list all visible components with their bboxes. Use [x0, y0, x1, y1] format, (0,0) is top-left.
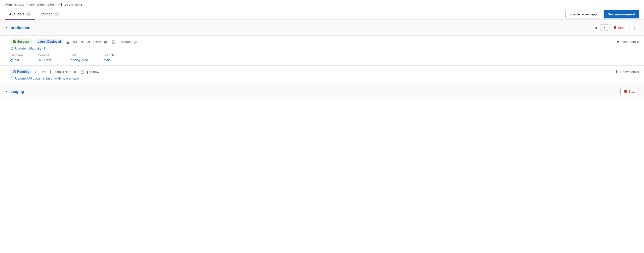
- caret-down-icon: ▼: [603, 26, 606, 29]
- copy-icon-1[interactable]: [104, 40, 108, 44]
- more-button-production[interactable]: ⋮: [630, 23, 639, 32]
- tabs-bar: Available 2 Stopped 0 Enable review app …: [0, 9, 644, 20]
- play-icon: ▶: [596, 26, 598, 30]
- env-group-staging: ► staging Stop: [0, 84, 644, 99]
- header-commit: Commit: [38, 53, 71, 58]
- env-header-production: ▼ production ▶ ▼ Stop ⋮: [0, 20, 644, 35]
- deploy-top-left-2: Running #5: [10, 69, 99, 74]
- stop-label: Stop: [618, 26, 625, 30]
- spin-icon-2: [10, 76, 14, 80]
- tab-available[interactable]: Available 2: [5, 9, 35, 20]
- env-header-right-production: ▶ ▼ Stop ⋮: [593, 23, 639, 32]
- tab-stopped[interactable]: Stopped 0: [35, 9, 63, 20]
- status-badge-success: Success: [10, 39, 32, 44]
- commit-link-1[interactable]: 01217ed6: [87, 40, 102, 44]
- breadcrumb-project[interactable]: environments-test: [29, 3, 55, 6]
- show-details-link-2[interactable]: Show details: [615, 70, 639, 74]
- svg-point-0: [82, 41, 83, 42]
- play-button-group: ▶ ▼: [593, 24, 608, 31]
- running-circle-icon: [13, 70, 16, 73]
- env-header-staging: ► staging Stop: [0, 84, 644, 99]
- commit-icon-2: [49, 70, 53, 74]
- commit-message-link-2[interactable]: Update API documentation with new endpoi…: [15, 77, 81, 80]
- commit-icon-1: [80, 40, 84, 44]
- commit-title-1: Update .gitlab-ci.yml: [10, 46, 639, 50]
- tabs-left: Available 2 Stopped 0: [5, 9, 63, 19]
- deployment-row-2: Running #5: [0, 65, 644, 84]
- commit-message-link-1[interactable]: Update .gitlab-ci.yml: [15, 46, 45, 50]
- hide-details-link-1[interactable]: Hide details: [616, 40, 639, 44]
- time-label-1: 1 minute ago: [118, 40, 137, 44]
- badge-latest-deployed: Latest Deployed: [35, 39, 64, 44]
- time-label-2: just now: [87, 70, 99, 74]
- deploy-meta-1: #3 01217ed6: [66, 40, 137, 44]
- commit-link-2[interactable]: 09b81587: [55, 70, 70, 74]
- value-branch: main: [104, 58, 136, 62]
- env-name-staging[interactable]: staging: [11, 89, 24, 94]
- detail-link-label-1: Hide details: [622, 40, 639, 44]
- tab-available-label: Available: [9, 12, 24, 16]
- env-name-production[interactable]: production: [11, 26, 30, 30]
- status-label-success: Success: [17, 40, 30, 43]
- detail-link-label-2: Show details: [620, 70, 639, 74]
- main-content: ▼ production ▶ ▼ Stop ⋮: [0, 20, 644, 99]
- status-badge-running: Running: [10, 69, 32, 74]
- deploy-top-2: Running #5: [10, 69, 639, 74]
- breadcrumb: Administrator > environments-test > Envi…: [0, 0, 644, 9]
- pipeline-link-1[interactable]: #3: [73, 40, 77, 44]
- calendar-icon-1: [112, 40, 116, 44]
- value-commit: 01217ed6: [38, 58, 71, 62]
- job-link[interactable]: deploy-prod: [71, 58, 88, 62]
- branch-link[interactable]: main: [104, 58, 111, 62]
- tabs-right: Enable review app New environment: [565, 10, 639, 18]
- deploy-top-1: Success Latest Deployed #3: [10, 39, 639, 44]
- triggerer-link[interactable]: @root: [10, 58, 19, 62]
- tab-stopped-label: Stopped: [39, 12, 53, 16]
- chevron-production[interactable]: ▼: [5, 26, 8, 29]
- deploy-meta-2: #5 09b81587: [35, 70, 99, 74]
- stop-button-staging[interactable]: Stop: [621, 88, 639, 95]
- breadcrumb-current: Environments: [60, 3, 82, 6]
- tab-available-badge: 2: [26, 12, 31, 16]
- breadcrumb-sep-2: >: [57, 3, 59, 6]
- stop-label-staging: Stop: [628, 90, 635, 93]
- pipeline-link-2[interactable]: #5: [42, 70, 45, 74]
- value-job: deploy-prod: [71, 58, 104, 62]
- env-header-left-staging: ► staging: [5, 89, 24, 94]
- deploy-top-left-1: Success Latest Deployed #3: [10, 39, 137, 44]
- new-environment-button[interactable]: New environment: [604, 10, 639, 18]
- commit-detail-link[interactable]: 01217ed6: [38, 58, 53, 62]
- stop-icon: [614, 26, 616, 29]
- chevron-staging[interactable]: ►: [5, 90, 8, 93]
- svg-point-4: [50, 71, 51, 72]
- tab-stopped-badge: 0: [54, 12, 59, 16]
- check-circle-icon: [13, 40, 16, 43]
- pipeline-icon-2: [35, 70, 39, 74]
- spin-icon-1: [10, 46, 14, 50]
- env-group-production: ▼ production ▶ ▼ Stop ⋮: [0, 20, 644, 84]
- value-triggerer: @root: [10, 58, 38, 62]
- calendar-icon-2: [81, 70, 85, 74]
- deployment-row-1: Success Latest Deployed #3: [0, 35, 644, 65]
- stop-button-production[interactable]: Stop: [610, 24, 628, 31]
- enable-review-app-button[interactable]: Enable review app: [565, 10, 601, 18]
- env-header-right-staging: Stop: [621, 88, 639, 95]
- breadcrumb-admin[interactable]: Administrator: [5, 3, 24, 6]
- copy-icon-2[interactable]: [73, 70, 77, 74]
- header-branch: Branch: [104, 53, 136, 58]
- env-header-left: ▼ production: [5, 26, 30, 30]
- play-caret-button[interactable]: ▼: [601, 24, 608, 31]
- play-button[interactable]: ▶: [593, 24, 601, 31]
- status-label-running: Running: [17, 70, 30, 73]
- stop-icon-staging: [624, 90, 627, 93]
- breadcrumb-sep-1: >: [26, 3, 28, 6]
- header-job: Job: [71, 53, 104, 58]
- pipeline-icon: [66, 40, 70, 44]
- commit-title-2: Update API documentation with new endpoi…: [10, 76, 639, 80]
- header-triggerer: Triggerer: [10, 53, 38, 58]
- deploy-details-1: Triggerer Commit Job Branch @root 01217e…: [10, 53, 639, 62]
